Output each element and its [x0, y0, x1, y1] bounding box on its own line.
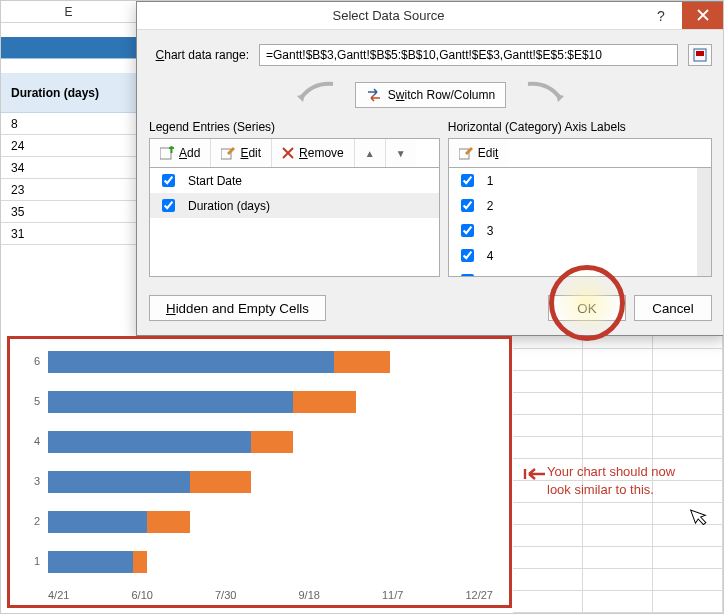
svg-rect-2 — [160, 148, 171, 159]
chart-bar-row — [48, 511, 491, 533]
arrow-left-icon — [523, 467, 545, 481]
chart-x-tick: 11/7 — [382, 589, 403, 601]
close-icon — [697, 9, 709, 21]
switch-row-column-button[interactable]: Switch Row/Column Switch Row/Column — [355, 82, 506, 108]
cell[interactable]: 34 — [1, 157, 136, 179]
chart-bar-segment-start — [48, 431, 251, 453]
chart-y-label: 6 — [26, 355, 40, 367]
chart-x-tick: 6/10 — [131, 589, 152, 601]
series-row[interactable]: Start Date — [150, 168, 439, 193]
series-label: Start Date — [188, 174, 242, 188]
column-letter: E — [1, 1, 136, 23]
chart-bar-segment-duration — [251, 431, 292, 453]
category-row[interactable]: 3 — [449, 218, 697, 243]
chart-x-tick: 4/21 — [48, 589, 69, 601]
chart-bar-segment-start — [48, 351, 334, 373]
chart-bar-row — [48, 551, 491, 573]
svg-rect-1 — [696, 51, 704, 56]
category-checkbox[interactable] — [461, 199, 474, 212]
add-icon — [160, 146, 174, 160]
chart-bar-row — [48, 471, 491, 493]
chart-bar-segment-start — [48, 391, 293, 413]
chart-x-tick: 7/30 — [215, 589, 236, 601]
series-checkbox[interactable] — [162, 199, 175, 212]
add-series-button[interactable]: AddAdd — [150, 139, 211, 167]
series-toolbar: AddAdd EditEdit RemoveRemove ▲ ▼ — [149, 138, 440, 167]
arrow-right-icon — [524, 80, 568, 110]
collapse-dialog-icon — [693, 48, 707, 62]
chart-bar-segment-duration — [133, 551, 147, 573]
edit-category-button[interactable]: EditEdit — [449, 139, 509, 167]
category-axis-header: Horizontal (Category) Axis Labels — [448, 120, 712, 134]
series-listbox[interactable]: Start DateDuration (days) — [149, 167, 440, 277]
chart-data-range-label: Chart Chart data range:data range: — [149, 48, 249, 62]
category-row[interactable]: 2 — [449, 193, 697, 218]
select-data-source-dialog: Select Data Source ? Chart Chart data ra… — [136, 1, 724, 336]
chart-data-range-input[interactable] — [259, 44, 678, 66]
range-selector-button[interactable] — [688, 44, 712, 66]
scrollbar[interactable] — [697, 168, 711, 276]
help-button[interactable]: ? — [640, 2, 682, 29]
move-down-button[interactable]: ▼ — [386, 139, 416, 167]
chart-y-label: 2 — [26, 515, 40, 527]
cell[interactable]: 24 — [1, 135, 136, 157]
ok-button[interactable]: OK — [548, 295, 626, 321]
annotation-text: Your chart should now look similar to th… — [547, 463, 675, 498]
legend-entries-header: Legend Entries (Series) — [149, 120, 440, 134]
category-checkbox[interactable] — [461, 224, 474, 237]
category-listbox[interactable]: 12345 — [448, 167, 712, 277]
gantt-chart-preview: 654321 4/216/107/309/1811/712/27 — [7, 336, 512, 608]
remove-series-button[interactable]: RemoveRemove — [272, 139, 355, 167]
column-header: Duration (days) — [1, 73, 136, 113]
selected-header-bar — [1, 37, 136, 59]
chart-y-label: 3 — [26, 475, 40, 487]
chart-x-tick: 9/18 — [298, 589, 319, 601]
cancel-button[interactable]: Cancel — [634, 295, 712, 321]
series-row[interactable]: Duration (days) — [150, 193, 439, 218]
chart-bar-row — [48, 391, 491, 413]
category-checkbox[interactable] — [461, 174, 474, 187]
category-row[interactable]: 4 — [449, 243, 697, 268]
edit-series-button[interactable]: EditEdit — [211, 139, 272, 167]
chart-bar-segment-duration — [334, 351, 390, 373]
category-checkbox[interactable] — [461, 274, 474, 277]
series-label: Duration (days) — [188, 199, 270, 213]
category-row[interactable]: 5 — [449, 268, 697, 277]
close-button[interactable] — [682, 2, 724, 29]
arrow-left-icon — [293, 80, 337, 110]
hidden-empty-cells-button[interactable]: Hidden and Empty CellsHidden and Empty C… — [149, 295, 326, 321]
chart-x-axis: 4/216/107/309/1811/712/27 — [48, 589, 493, 601]
edit-icon — [459, 146, 473, 160]
spreadsheet-column: E Duration (days) 82434233531 — [1, 1, 136, 245]
chart-bar-segment-duration — [147, 511, 190, 533]
category-checkbox[interactable] — [461, 249, 474, 262]
chart-y-label: 4 — [26, 435, 40, 447]
series-checkbox[interactable] — [162, 174, 175, 187]
cell[interactable]: 8 — [1, 113, 136, 135]
remove-icon — [282, 147, 294, 159]
cell[interactable]: 23 — [1, 179, 136, 201]
category-label: 4 — [487, 249, 494, 263]
category-label: 1 — [487, 174, 494, 188]
category-label: 5 — [487, 274, 494, 278]
chart-bar-segment-start — [48, 511, 147, 533]
cell[interactable]: 35 — [1, 201, 136, 223]
chart-bar-segment-duration — [293, 391, 356, 413]
chart-y-label: 5 — [26, 395, 40, 407]
category-row[interactable]: 1 — [449, 168, 697, 193]
chart-bar-row — [48, 351, 491, 373]
category-label: 2 — [487, 199, 494, 213]
switch-icon — [366, 88, 382, 102]
chart-y-label: 1 — [26, 555, 40, 567]
category-label: 3 — [487, 224, 494, 238]
edit-icon — [221, 146, 235, 160]
dialog-title: Select Data Source — [137, 2, 640, 29]
chart-bar-segment-start — [48, 471, 190, 493]
chart-bar-segment-duration — [190, 471, 251, 493]
cell[interactable]: 31 — [1, 223, 136, 245]
move-up-button[interactable]: ▲ — [355, 139, 386, 167]
chart-bar-row — [48, 431, 491, 453]
chart-bar-segment-start — [48, 551, 133, 573]
chart-x-tick: 12/27 — [465, 589, 493, 601]
category-toolbar: EditEdit — [448, 138, 712, 167]
